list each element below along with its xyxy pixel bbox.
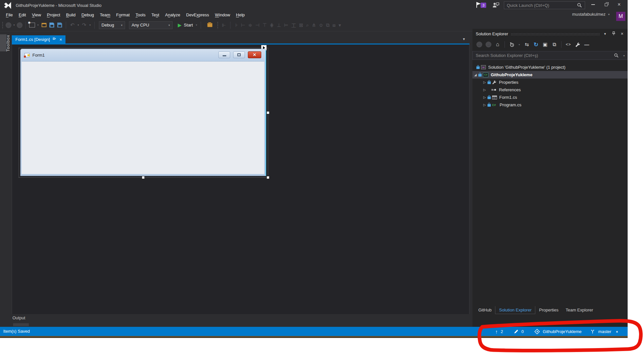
show-all-files-icon[interactable]: ⧉ xyxy=(551,42,557,47)
pin-icon[interactable] xyxy=(53,37,56,42)
menu-item-view[interactable]: View xyxy=(29,11,44,19)
se-back-icon[interactable]: ← xyxy=(476,42,482,47)
undo-caret-icon[interactable]: ▾ xyxy=(78,24,79,26)
repository-name[interactable]: GithubProjeYukleme xyxy=(543,329,582,334)
align-lefts-icon[interactable]: ⊢ xyxy=(241,22,245,28)
expander-expanded-icon[interactable]: ◢ xyxy=(474,73,477,77)
send-feedback-icon[interactable] xyxy=(492,2,499,8)
search-input[interactable] xyxy=(473,51,627,60)
properties-wrench-icon[interactable] xyxy=(575,42,580,47)
menu-item-test[interactable]: Test xyxy=(148,11,162,19)
package-manager-icon[interactable] xyxy=(207,23,212,27)
tree-row-references[interactable]: ▷ References xyxy=(472,86,628,94)
toolbox-vertical-tab[interactable]: Toolbox xyxy=(6,35,10,52)
redo-caret-icon[interactable]: ▾ xyxy=(89,24,91,26)
panel-menu-chevron-icon[interactable]: ▾ xyxy=(602,32,608,36)
align-bottoms-icon[interactable]: ⊥ xyxy=(277,22,281,28)
menu-item-tools[interactable]: Tools xyxy=(133,11,148,19)
quick-launch-input[interactable] xyxy=(504,1,585,9)
view-code-icon[interactable]: <> xyxy=(565,42,571,47)
winforms-designer-surface[interactable]: Form1 ✕ xyxy=(12,44,469,314)
form-minimize-button[interactable] xyxy=(218,51,230,58)
search-icon[interactable] xyxy=(614,53,619,58)
new-project-icon[interactable] xyxy=(29,22,35,28)
redo-icon[interactable]: ↷ xyxy=(81,22,87,28)
panel-pin-icon[interactable] xyxy=(611,31,616,36)
expander-collapsed-icon[interactable]: ▷ xyxy=(483,96,486,99)
horizontal-spacing-icon[interactable]: ⋔ xyxy=(312,22,316,28)
overflow-icon[interactable]: ▾ xyxy=(339,22,341,28)
navigate-forward-icon[interactable]: → xyxy=(17,22,23,28)
menu-item-help[interactable]: Help xyxy=(233,11,248,19)
menu-item-team[interactable]: Team xyxy=(97,11,113,19)
quick-launch-search-icon[interactable] xyxy=(577,3,582,8)
preview-selected-items-icon[interactable]: — xyxy=(584,42,590,47)
branch-name[interactable]: master xyxy=(598,329,611,334)
save-icon[interactable] xyxy=(48,22,55,28)
expander-collapsed-icon[interactable]: ▷ xyxy=(483,80,486,84)
se-forward-icon[interactable]: → xyxy=(486,42,491,47)
align-centers-icon[interactable]: ≑ xyxy=(248,22,252,28)
form-close-button[interactable]: ✕ xyxy=(248,51,261,58)
same-height-icon[interactable]: 工 xyxy=(291,22,296,28)
account-chevron-down-icon[interactable]: ▾ xyxy=(608,13,610,16)
tab-properties[interactable]: Properties xyxy=(535,306,562,314)
tab-close-icon[interactable]: × xyxy=(59,38,62,42)
tree-row-project[interactable]: ◢ C# GithubProjeYukleme xyxy=(472,71,628,79)
refresh-icon[interactable]: ↻ xyxy=(533,42,539,47)
panel-drag-texture[interactable] xyxy=(511,33,599,35)
toolbar-grip[interactable] xyxy=(217,22,219,29)
search-options-caret-icon[interactable]: ▾ xyxy=(623,54,625,57)
output-panel-tab[interactable]: Output xyxy=(12,315,25,320)
add-new-item-icon[interactable] xyxy=(41,22,47,28)
home-icon[interactable]: ⌂ xyxy=(495,42,501,47)
menu-item-analyze[interactable]: Analyze xyxy=(162,11,183,19)
tree-row-solution[interactable]: ∞ Solution 'GithubProjeYukleme' (1 proje… xyxy=(472,63,628,71)
filter-caret-icon[interactable]: ▾ xyxy=(519,43,520,46)
menu-item-format[interactable]: Format xyxy=(113,11,133,19)
branch-icon[interactable] xyxy=(590,329,595,334)
vertical-spacing-icon[interactable]: ≎ xyxy=(319,22,323,28)
menu-item-build[interactable]: Build xyxy=(63,11,79,19)
window-restore-button[interactable] xyxy=(600,0,612,9)
solution-platform-select[interactable]: Any CPU▾ xyxy=(129,21,173,29)
tab-github[interactable]: GitHub xyxy=(475,306,495,314)
branch-caret-up-icon[interactable]: ▲ xyxy=(616,330,618,333)
save-all-icon[interactable] xyxy=(56,22,63,28)
resize-handle-bottom-right[interactable] xyxy=(267,176,269,179)
document-list-chevron-icon[interactable]: ▼ xyxy=(462,37,466,41)
menu-item-project[interactable]: Project xyxy=(44,11,63,19)
tab-solution-explorer[interactable]: Solution Explorer xyxy=(495,306,535,314)
solution-configuration-select[interactable]: Debug▾ xyxy=(99,21,125,29)
tree-row-program[interactable]: ▷ C# Program.cs xyxy=(472,101,628,109)
expander-collapsed-icon[interactable]: ▷ xyxy=(483,88,486,92)
size-to-grid-icon[interactable]: ⌕ xyxy=(306,22,309,28)
window-close-button[interactable]: × xyxy=(613,0,625,9)
resize-handle-bottom[interactable] xyxy=(142,176,145,179)
tree-row-form1[interactable]: ▷ Form1.cs xyxy=(472,94,628,101)
user-name[interactable]: mustafabukulmez xyxy=(572,12,606,17)
form-client-area[interactable] xyxy=(22,61,264,174)
align-middles-icon[interactable]: ⋕ xyxy=(270,22,274,28)
menu-item-file[interactable]: File xyxy=(3,11,16,19)
pending-changes-pencil-icon[interactable] xyxy=(514,329,519,334)
panel-close-icon[interactable]: × xyxy=(619,31,625,36)
menu-item-edit[interactable]: Edit xyxy=(16,11,29,19)
tree-row-properties[interactable]: ▷ Properties xyxy=(472,79,628,86)
menu-item-devexpress[interactable]: DevExpress xyxy=(183,11,212,19)
pending-changes-count[interactable]: 0 xyxy=(522,329,524,334)
same-width-icon[interactable]: ⊨ xyxy=(284,22,288,28)
form-maximize-button[interactable] xyxy=(233,51,245,58)
align-rights-icon[interactable]: ⊣ xyxy=(255,22,260,28)
collapse-all-icon[interactable]: ▣ xyxy=(542,42,548,47)
tab-team-explorer[interactable]: Team Explorer xyxy=(562,306,597,314)
bring-to-front-icon[interactable]: ⧉ xyxy=(326,22,330,28)
toolbar-grip[interactable] xyxy=(2,22,4,29)
designed-form-window[interactable]: Form1 ✕ xyxy=(20,49,266,176)
outgoing-commits-arrow-icon[interactable]: ↑ xyxy=(495,329,498,334)
menu-item-window[interactable]: Window xyxy=(212,11,233,19)
undo-icon[interactable]: ↶ xyxy=(69,22,76,28)
align-to-grid-icon[interactable]: ⊦ xyxy=(235,22,238,28)
notifications-count-badge[interactable]: 3 xyxy=(481,3,486,8)
sync-with-active-document-icon[interactable]: ⇆ xyxy=(524,42,530,47)
